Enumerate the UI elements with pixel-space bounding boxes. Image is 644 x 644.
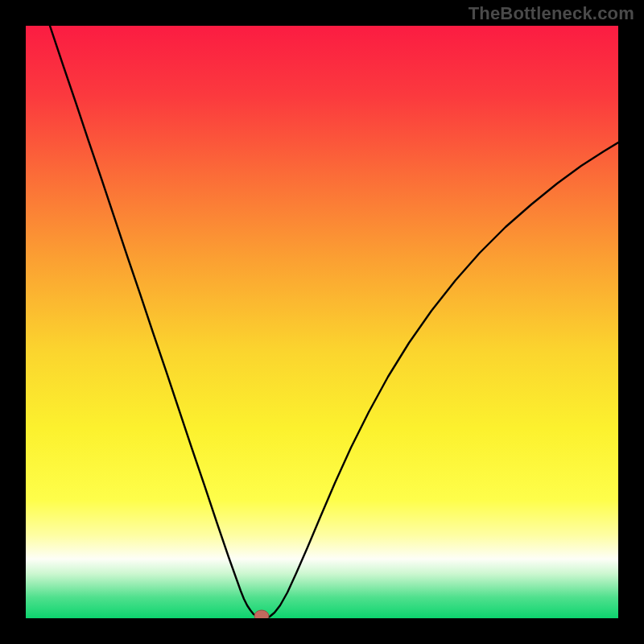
bottleneck-curve-plot — [26, 26, 618, 618]
chart-frame: TheBottleneck.com — [0, 0, 644, 644]
watermark-text: TheBottleneck.com — [469, 3, 634, 24]
